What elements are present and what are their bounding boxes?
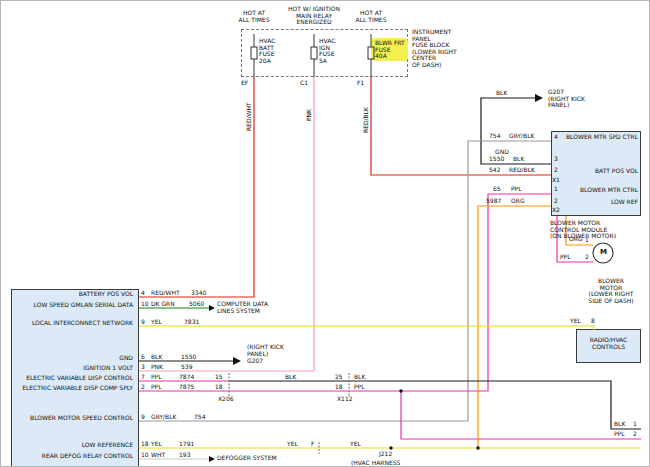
hvac-color-3: BLK: [151, 354, 162, 361]
wiring-diagram-page: HOT AT ALL TIMES HOT W/ IGNITION MAIN RE…: [0, 0, 650, 467]
fuse-symbol-blwr-frt: [368, 34, 374, 77]
module-fn-mtr-ctrl: BLOWER MTR CTRL: [559, 187, 638, 194]
hvac-dest-9: DEFOGGER SYSTEM: [217, 455, 277, 462]
hvac-pin-6: 2: [141, 384, 145, 391]
fuse-pin-f1: F1: [357, 80, 364, 87]
edge-ppl-pin: 2: [633, 431, 637, 438]
motor-pin-1: 1: [585, 237, 589, 244]
hvac-fn-evd-supply: ELECTRIC VARIABLE DISP COMP SPLY: [15, 385, 133, 392]
hvac-pin-5: 7: [141, 374, 145, 381]
connector-x206-label: X206: [218, 396, 234, 403]
hvac-color-9: WHT: [151, 452, 165, 459]
module-pin-2: 2: [554, 167, 558, 174]
module-pin-1: 1: [554, 186, 558, 193]
fuse-pin-c1: C1: [300, 80, 308, 87]
module-title: BLOWER MOTOR CONTROL MODULE (ON BLOWER M…: [550, 220, 616, 240]
module-pin-4: 4: [554, 134, 558, 141]
wire-red-wht-3340: [139, 77, 254, 297]
arrow-defogger: [209, 456, 215, 462]
hvac-pin-0: 4: [141, 290, 145, 297]
hvac-fn-batt: BATTERY POS VOL: [15, 291, 133, 298]
wire-blk-row1-edge: [229, 381, 641, 429]
hvac-fn-gnd: GND: [15, 355, 133, 362]
row1-seg-blk2: BLK: [354, 374, 365, 381]
fuse-pin-ef: EF: [241, 80, 248, 87]
hvac-pin-7: 9: [141, 414, 145, 421]
junction-j212-label: J212: [379, 451, 392, 458]
hvac-fn-blower-speed: BLOWER MOTOR SPEED CONTROL: [15, 415, 133, 422]
hvac-fn-gmlan: LOW SPEED GMLAN SERIAL DATA: [15, 302, 133, 309]
ckt-754: 754: [489, 133, 500, 140]
bottom-yel-a: YEL: [287, 441, 298, 448]
hvac-ckt-9: 193: [179, 452, 190, 459]
row2-seg-ppl: PPL: [354, 384, 365, 391]
ckt-542: 542: [489, 167, 500, 174]
hvac-color-8: YEL: [151, 441, 162, 448]
color-red-blk: RED/BLK: [509, 167, 535, 174]
radio-wire-yel: YEL: [570, 318, 581, 325]
fuse-blwr-frt-label: BLWR FRT FUSE 40A: [375, 40, 405, 60]
wire-label-red-blk-vertical: RED/BLK: [363, 107, 370, 133]
bottom-yel-b: YEL: [350, 441, 361, 448]
hvac-color-2: YEL: [151, 319, 162, 326]
hvac-fn-lin: LOCAL INTERCONNECT NETWORK: [15, 320, 133, 327]
hvac-fn-low-ref: LOW REFERENCE: [15, 442, 133, 449]
row2-pin-18a: 18: [215, 384, 223, 391]
junction-dot-org-yel: [476, 446, 479, 449]
wire-org-5987: [478, 206, 551, 448]
hvac-ckt-6: 7875: [179, 384, 194, 391]
hvac-fn-evd-control: ELECTRIC VARIABLE DISP CONTROL: [15, 375, 133, 382]
wire-label-red-wht-vertical: RED/WHT: [246, 102, 253, 131]
color-org: ORG: [511, 198, 525, 205]
hvac-ckt-8: 1791: [179, 441, 194, 448]
motor-feed-org-label: ORG: [569, 236, 583, 243]
power-label-2: HOT W/ IGNITION MAIN RELAY ENERGIZED: [284, 6, 344, 26]
fuse-symbol-hvac-batt: [251, 34, 257, 77]
ground-g207-mid-name: G207: [247, 358, 263, 365]
motor-title: BLOWER MOTOR (LOWER RIGHT SIDE OF DASH): [575, 278, 647, 304]
motor-symbol-letter: M: [600, 249, 607, 256]
module-pin-2b: 2: [554, 198, 558, 205]
ckt-1550: 1550: [489, 156, 504, 163]
color-ppl: PPL: [511, 186, 522, 193]
hvac-color-6: PPL: [151, 384, 162, 391]
color-blk: BLK: [513, 156, 524, 163]
module-pin-3: 3: [554, 156, 558, 163]
hvac-pin-4: 3: [141, 364, 145, 371]
edge-blk-label: BLK: [614, 421, 625, 428]
hvac-pin-1: 10: [141, 301, 149, 308]
junction-dot-ppl: [399, 389, 402, 392]
ground-g207-mid-location: (RIGHT KICK PANEL): [247, 344, 284, 357]
wire-label-blk-top: BLK: [496, 90, 507, 97]
arrow-computer-data: [209, 305, 215, 311]
color-gry-blk: GRY/BLK: [509, 133, 535, 140]
wire-pnk-539: [139, 77, 314, 371]
hvac-pin-2: 9: [141, 319, 145, 326]
fuse-hvac-ign-label: HVAC IGN FUSE 5A: [319, 38, 335, 64]
hvac-ckt-1: 5060: [189, 301, 204, 308]
connector-x112-label: X112: [337, 396, 353, 403]
hvac-dest-1: COMPUTER DATA LINES SYSTEM: [217, 301, 268, 314]
hvac-pin-3: 6: [141, 354, 145, 361]
wire-label-pnk-vertical: PNK: [306, 109, 313, 121]
radio-pin-8: 8: [591, 318, 595, 325]
row1-pin-25: 25: [335, 374, 343, 381]
hvac-color-7: GRY/BLK: [151, 414, 177, 421]
row1-seg-blk: BLK: [285, 374, 296, 381]
hvac-ckt-7: 754: [194, 414, 205, 421]
ground-symbol-g207-mid: [233, 357, 241, 365]
module-fn-spd-ctrl: BLOWER MTR SPD CTRL: [559, 134, 638, 141]
ckt-5987: 5987: [486, 198, 501, 205]
edge-ppl-label: PPL: [614, 431, 625, 438]
hvac-pin-9: 10: [141, 452, 149, 459]
hvac-ckt-0: 3340: [191, 290, 206, 297]
ckt-65: 65: [493, 186, 501, 193]
radio-box-label: RADIO/HVAC CONTROLS: [576, 337, 641, 350]
hvac-fn-ign: IGNITION 1 VOLT: [15, 365, 133, 372]
hvac-pin-8: 18: [141, 441, 149, 448]
harness-note: (HVAC HARNESS: [351, 460, 400, 467]
hvac-ckt-2: 7831: [184, 319, 199, 326]
fuse-symbol-hvac-ign: [311, 34, 317, 77]
module-fn-low-ref: LOW REF: [559, 199, 638, 206]
row1-pin-15: 15: [215, 374, 223, 381]
